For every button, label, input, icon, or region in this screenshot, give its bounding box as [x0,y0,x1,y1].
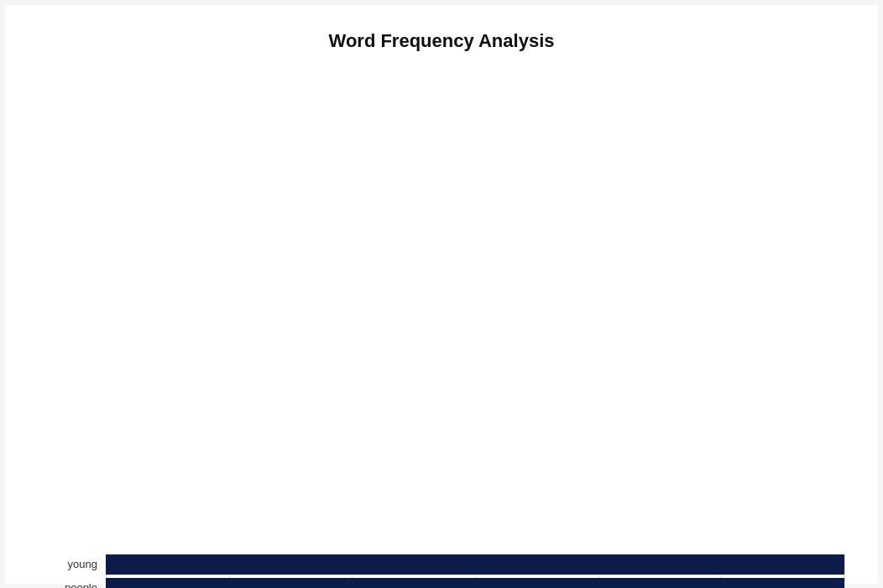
bar-label: young [13,558,106,570]
bar-row: people [106,578,844,589]
bar-fill [106,578,844,589]
bar-row: young [106,554,844,575]
bar-label: people [13,581,106,588]
bars-container: youngpeoplesexualimageschoolharassmentre… [106,554,844,589]
bar-fill [106,554,844,575]
chart-container: Word Frequency Analysis youngpeoplesexua… [5,5,878,584]
grid-line [844,554,845,589]
chart-title: Word Frequency Analysis [39,30,844,538]
